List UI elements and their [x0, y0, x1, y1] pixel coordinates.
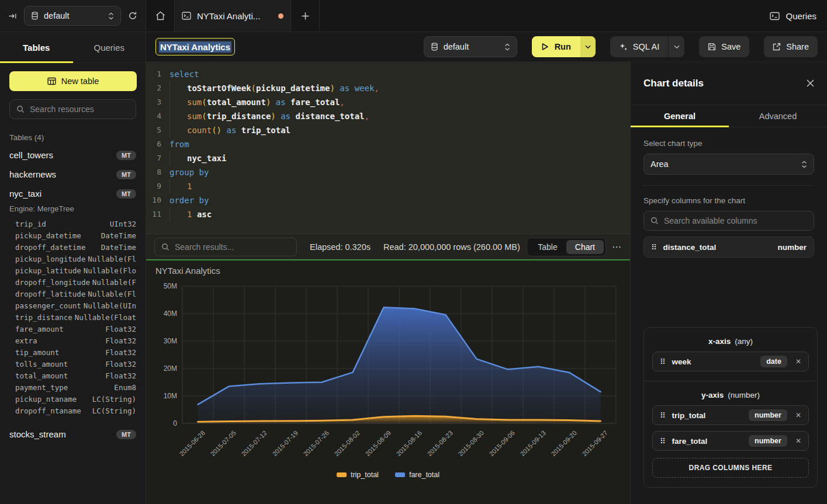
remove-column-icon[interactable]: ✕: [795, 411, 801, 419]
table-column-row: passenger_countNullable(UIn: [0, 300, 146, 311]
table-list-item[interactable]: nyc_taxiMT: [0, 184, 146, 203]
token: as: [276, 98, 286, 107]
token: as: [340, 84, 350, 93]
y-axis-column-pill[interactable]: ⠿trip_totalnumber✕: [652, 405, 809, 425]
sql-ai-caret[interactable]: [668, 36, 684, 57]
legend-item[interactable]: fare_total: [395, 471, 440, 479]
tab-queries[interactable]: Queries: [73, 32, 146, 62]
token: [350, 84, 354, 93]
tables-section-title: Tables (4): [9, 133, 136, 142]
token: [271, 98, 275, 107]
table-list-item[interactable]: hackernewsMT: [0, 165, 146, 184]
toolbar-database-value: default: [444, 42, 469, 51]
indent-guide: [169, 207, 187, 221]
axes-config-box: x-axis(any) ⠿weekdate✕ y-axis(number) ⠿t…: [643, 327, 818, 488]
svg-text:2015-09-20: 2015-09-20: [550, 429, 578, 457]
new-tab-button[interactable]: [291, 0, 319, 32]
column-name: fare_amount: [15, 325, 64, 333]
y-axis-column-pill[interactable]: ⠿fare_totalnumber✕: [652, 431, 809, 451]
tab-tables[interactable]: Tables: [0, 32, 73, 62]
token: fare_total: [290, 98, 340, 107]
table-column-row: fare_amountFloat32: [0, 323, 146, 335]
area-chart: 010M20M30M40M50M2015-06-282015-07-052015…: [146, 260, 630, 488]
token: toStartOfWeek: [187, 84, 251, 93]
toolbar-database-selector[interactable]: default: [424, 36, 517, 57]
results-search-input[interactable]: Search results...: [154, 238, 297, 256]
save-button[interactable]: Save: [699, 36, 749, 57]
chart-type-selector[interactable]: Area: [643, 154, 814, 175]
column-type: Float32: [105, 348, 136, 357]
y-axis-items: ⠿trip_totalnumber✕⠿fare_totalnumber✕: [652, 405, 809, 451]
column-pill-name: week: [672, 357, 691, 366]
drop-zone[interactable]: DRAG COLUMNS HERE: [652, 458, 809, 478]
new-table-button[interactable]: New table: [9, 71, 137, 91]
line-number: 9: [146, 179, 161, 193]
column-name: dropoff_ntaname: [15, 406, 81, 415]
query-title-input[interactable]: NYTaxi Analytics: [155, 38, 235, 55]
line-number: 11: [146, 207, 161, 221]
table-engine-badge: MT: [116, 170, 136, 179]
token: as: [281, 112, 290, 121]
remove-column-icon[interactable]: ✕: [795, 437, 801, 445]
home-button[interactable]: [146, 0, 174, 32]
token: [276, 112, 281, 121]
column-name: pickup_longitude: [15, 255, 85, 263]
line-number: 2: [146, 81, 161, 95]
chart-panel: NYTaxi Analytics 010M20M30M40M50M2015-06…: [146, 260, 630, 504]
x-axis-column-pill[interactable]: ⠿weekdate✕: [652, 352, 809, 371]
column-name: total_amount: [15, 371, 68, 380]
table-list-item[interactable]: cell_towersMT: [0, 145, 146, 165]
topbar-separator: [319, 0, 320, 32]
close-icon[interactable]: [807, 79, 814, 87]
column-pill-type: number: [777, 243, 807, 252]
line-number: 10: [146, 193, 161, 207]
chart-details-body: Select chart type Area Specify columns f…: [631, 127, 827, 258]
sql-ai-split-button: SQL AI: [610, 36, 684, 57]
drag-handle-icon[interactable]: ⠿: [660, 411, 666, 420]
token: (: [202, 112, 206, 121]
sql-ai-button[interactable]: SQL AI: [610, 36, 668, 57]
sidebar-database-selector[interactable]: default: [24, 6, 121, 26]
columns-search-input[interactable]: Search available columns: [643, 211, 814, 231]
remove-column-icon[interactable]: ✕: [795, 357, 801, 366]
column-name: passenger_count: [15, 301, 81, 310]
y-axis-section: y-axis(number) ⠿trip_totalnumber✕⠿fare_t…: [644, 381, 817, 487]
sidebar-search-input[interactable]: Search resources: [9, 99, 136, 119]
queries-button[interactable]: Queries: [770, 0, 816, 32]
chart-view-button[interactable]: Chart: [566, 240, 604, 254]
drag-handle-icon[interactable]: ⠿: [660, 437, 666, 446]
query-tab[interactable]: NYTaxi Analyti...: [174, 0, 291, 32]
collapse-sidebar-icon[interactable]: [8, 12, 17, 20]
chart-details-tabs: General Advanced: [631, 105, 827, 127]
refresh-icon[interactable]: [128, 11, 137, 20]
token: order by: [169, 196, 209, 205]
query-toolbar: NYTaxi Analytics default Run: [146, 32, 827, 62]
tab-general[interactable]: General: [631, 105, 729, 127]
svg-text:2015-08-02: 2015-08-02: [333, 429, 361, 457]
legend-item[interactable]: trip_total: [337, 471, 379, 479]
tab-advanced[interactable]: Advanced: [729, 105, 827, 127]
table-name: nyc_taxi: [9, 189, 41, 199]
run-options-caret[interactable]: [580, 36, 596, 57]
share-button[interactable]: Share: [764, 36, 818, 57]
editor-line: 8group by: [146, 165, 630, 179]
drag-handle-icon[interactable]: ⠿: [651, 243, 657, 252]
editor-code: toStartOfWeek(pickup_datetime) as week,: [169, 81, 379, 95]
table-list-item[interactable]: stocks_streamMT: [0, 425, 146, 444]
database-icon: [431, 43, 438, 51]
table-column-row: extraFloat32: [0, 335, 146, 346]
line-number: 3: [146, 95, 161, 109]
console-icon: [182, 12, 191, 20]
indent-guide: [169, 123, 187, 137]
editor-code: nyc_taxi: [169, 151, 226, 165]
table-view-button[interactable]: Table: [529, 240, 566, 254]
column-pill-name: fare_total: [672, 437, 708, 446]
run-button[interactable]: Run: [532, 36, 596, 57]
column-name: dropoff_latitude: [15, 290, 85, 298]
sql-editor[interactable]: 1select2toStartOfWeek(pickup_datetime) a…: [146, 62, 630, 234]
column-name: pickup_ntaname: [15, 395, 77, 404]
column-type-badge: number: [749, 409, 787, 421]
more-options-icon[interactable]: ⋯: [612, 241, 622, 252]
available-column-pill[interactable]: ⠿distance_totalnumber: [643, 237, 814, 258]
drag-handle-icon[interactable]: ⠿: [660, 357, 666, 366]
